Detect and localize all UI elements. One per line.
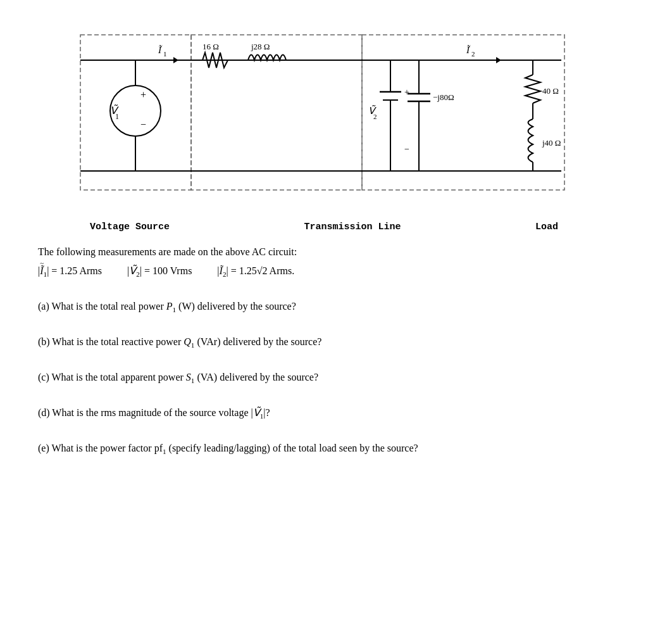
svg-text:+: + [404,87,409,97]
question-e: (e) What is the power factor pf1 (specif… [38,440,610,458]
transmission-line-label: Transmission Line [304,222,401,232]
svg-text:+: + [140,89,146,100]
svg-text:1: 1 [115,112,119,121]
I2-measurement: |Ĩ2| = 1.25√2 Arms. [217,263,294,281]
svg-text:2: 2 [471,50,475,58]
voltage-source-label: Voltage Source [90,222,170,232]
question-b: (b) What is the total reactive power Q1 … [38,334,610,351]
problem-text: The following measurements are made on t… [38,244,610,458]
svg-text:2: 2 [373,113,377,120]
measurements-intro: The following measurements are made on t… [38,244,610,260]
question-c: (c) What is the total apparent power S1 … [38,369,610,387]
circuit-diagram: text { font-family: 'Times New Roman', s… [38,25,610,215]
question-b-text: (b) What is the total reactive power Q1 … [38,334,610,351]
question-c-text: (c) What is the total apparent power S1 … [38,369,610,387]
question-a-text: (a) What is the total real power P1 (W) … [38,298,610,316]
svg-text:Ĩ: Ĩ [158,45,163,55]
question-e-text: (e) What is the power factor pf1 (specif… [38,440,610,458]
svg-marker-15 [173,57,178,63]
svg-text:j40 Ω: j40 Ω [542,138,561,148]
svg-text:−j80Ω: −j80Ω [433,92,454,102]
question-d-text: (d) What is the rms magnitude of the sou… [38,405,610,422]
measurements-line: |~Ĩ1| = 1.25 Arms |Ṽ2| = 100 Vrms |Ĩ2| =… [38,263,610,281]
svg-point-7 [110,85,161,136]
svg-marker-25 [496,57,501,63]
svg-text:j28 Ω: j28 Ω [251,42,270,51]
load-label: Load [535,222,558,232]
svg-rect-1 [191,35,362,190]
svg-text:Ĩ: Ĩ [466,45,471,55]
svg-rect-2 [362,35,564,190]
svg-text:−: − [140,119,146,130]
I1-measurement: |~Ĩ1| = 1.25 Arms [38,263,102,281]
svg-text:1: 1 [163,50,167,58]
question-a: (a) What is the total real power P1 (W) … [38,298,610,316]
svg-text:40 Ω: 40 Ω [542,86,559,96]
question-d: (d) What is the rms magnitude of the sou… [38,405,610,422]
svg-text:−: − [404,144,409,154]
circuit-section-labels: Voltage Source Transmission Line Load [77,222,571,232]
svg-text:16 Ω: 16 Ω [202,42,219,51]
V2-measurement: |Ṽ2| = 100 Vrms [127,263,192,281]
